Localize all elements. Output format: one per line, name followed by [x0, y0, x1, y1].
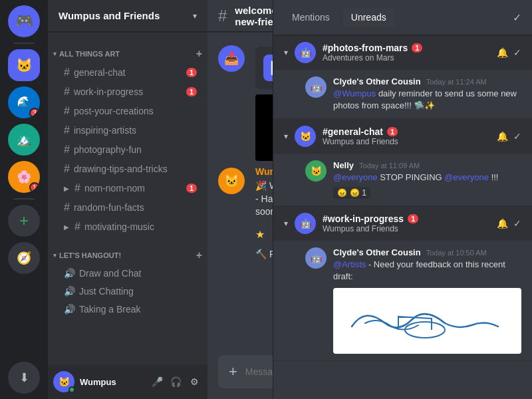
user-settings-button[interactable]: ⚙: [186, 374, 202, 390]
channel-hash-icon: #: [64, 66, 70, 78]
channel-hash-header: #: [218, 7, 227, 25]
channel-name-photography: photography-fun: [74, 144, 197, 155]
server-icon-3[interactable]: 🏔️: [8, 124, 40, 156]
unread-check-icon[interactable]: ✓: [513, 47, 521, 58]
server-title: Wumpus and Friends: [59, 10, 160, 21]
unread-item-header: ▾ 🤖 #photos-from-mars 1 Adventures on Ma…: [273, 35, 532, 70]
channel-hash-icon: #: [64, 163, 70, 175]
unread-msg-header: Clyde's Other Cousin Today at 11:24 AM: [333, 76, 521, 86]
channel-item-photography[interactable]: # photography-fun: [53, 140, 202, 159]
unread-channel-info-2: #general-chat 1 Wumpus and Friends: [323, 126, 490, 146]
channel-name-random: random-fun-facts: [74, 202, 197, 213]
add-server-button[interactable]: +: [8, 205, 40, 237]
channel-hash-icon: #: [64, 86, 70, 98]
user-info: Wumpus: [80, 377, 144, 387]
channel-item-nom[interactable]: ▶ # nom-nom-nom 1: [53, 179, 202, 198]
channel-badge-wip: 1: [186, 87, 197, 96]
channel-name-general-chat: general-chat: [74, 67, 182, 78]
collapse-arrow-icon: ▶: [64, 185, 69, 192]
server-list: 🎮 🐱 🌊 3 🏔️ 🌸 1 + 🧭 ⬇: [0, 0, 48, 399]
server4-avatar: 🌸: [17, 170, 31, 184]
unread-author: Clyde's Other Cousin: [333, 76, 421, 86]
explore-servers-button[interactable]: 🧭: [8, 242, 40, 274]
category-header-all-things-art[interactable]: ▾ ALL THINGS ART +: [48, 37, 207, 63]
download-icon: ⬇: [19, 370, 29, 385]
svg-point-3: [405, 322, 445, 338]
msg-avatar-emoji: 🤖: [311, 82, 322, 92]
unread-channel-info: #photos-from-mars 1 Adventures on Mars: [323, 43, 490, 63]
user-area: 🐱 Wumpus 🎤 🎧 ⚙: [48, 364, 207, 399]
server-menu-chevron[interactable]: ▾: [193, 11, 197, 21]
bot-avatar-icon: 📥: [224, 51, 239, 66]
channel-item-random-facts[interactable]: # random-fun-facts: [53, 198, 202, 217]
category-header-hangout[interactable]: ▾ LET'S HANGOUT! +: [48, 239, 207, 264]
deafen-button[interactable]: 🎧: [168, 374, 184, 390]
tab-unreads[interactable]: Unreads: [343, 8, 394, 27]
channel-name-taking-break: Taking a Break: [79, 304, 197, 315]
channel-item-work-in-progress[interactable]: # work-in-progress 1: [53, 82, 202, 101]
server-icon-2[interactable]: 🌊 3: [8, 86, 40, 118]
unread-collapse-arrow-3[interactable]: ▾: [284, 219, 288, 228]
unread-text-3: @Artists - Need your feedback on this re…: [333, 259, 521, 283]
reaction-count: 😠 1: [350, 188, 366, 198]
add-channel-hangout-button[interactable]: +: [196, 249, 202, 261]
app-container: 🎮 🐱 🌊 3 🏔️ 🌸 1 + 🧭 ⬇: [0, 0, 532, 399]
unread-server-name-2: Wumpus and Friends: [323, 137, 490, 146]
unread-item-header-2: ▾ 🐱 #general-chat 1 Wumpus and Friends 🔔: [273, 119, 532, 154]
user-controls: 🎤 🎧 ⚙: [149, 374, 202, 390]
unread-bell-icon[interactable]: 🔔: [497, 47, 508, 58]
unread-check-icon-2[interactable]: ✓: [513, 131, 521, 142]
headphones-icon: 🎧: [170, 376, 182, 387]
channel-item-general-chat[interactable]: # general-chat 1: [53, 63, 202, 82]
unread-badge-3: 1: [408, 214, 418, 223]
unread-item-actions-3: 🔔 ✓: [497, 218, 521, 229]
sidebar-header[interactable]: Wumpus and Friends ▾: [48, 0, 207, 32]
channel-item-taking-break[interactable]: 🔊 Taking a Break: [53, 301, 202, 318]
username-label: Wumpus: [80, 377, 144, 387]
server-icon-wumpus[interactable]: 🐱: [8, 49, 40, 81]
channel-item-post-creations[interactable]: # post-your-creations: [53, 102, 202, 120]
unread-channel-name-2: #general-chat 1: [323, 126, 490, 137]
discord-logo-icon: 🎮: [15, 13, 33, 30]
unread-check-icon-3[interactable]: ✓: [513, 218, 521, 229]
unread-author-3: Clyde's Other Cousin: [333, 247, 421, 257]
server-icon-4[interactable]: 🌸 1: [8, 161, 40, 193]
unread-msg-avatar: 🤖: [305, 76, 327, 98]
tab-mentions[interactable]: Mentions: [284, 8, 338, 27]
collapse-arrow-icon2: ▶: [64, 223, 69, 231]
category-all-things-art: ▾ ALL THINGS ART + # general-chat 1 # wo…: [48, 37, 207, 236]
channel-item-motivating[interactable]: ▶ # motivating-music: [53, 217, 202, 236]
channel-item-just-chatting[interactable]: 🔊 Just Chatting: [53, 283, 202, 300]
unread-collapse-arrow[interactable]: ▾: [284, 48, 288, 57]
unread-bell-icon-3[interactable]: 🔔: [497, 218, 508, 229]
mute-button[interactable]: 🎤: [149, 374, 165, 390]
reaction-badge[interactable]: 😠 😠 1: [333, 187, 370, 199]
add-channel-art-button[interactable]: +: [196, 48, 202, 60]
unread-panel: Mentions Unreads ✓ ▾ 🤖 #photos-from-mars…: [273, 0, 532, 399]
unread-msg-header-2: Nelly Today at 11:09 AM: [333, 160, 521, 170]
unread-channel-name: #photos-from-mars 1: [323, 43, 490, 53]
channel-item-inspiring-artists[interactable]: # inspiring-artists: [53, 121, 202, 140]
unread-item-wip: ▾ 🤖 #work-in-progress 1 Wumpus and Frien…: [273, 206, 532, 361]
server-list-divider: [13, 43, 35, 44]
server-icon-home[interactable]: 🎮: [8, 5, 40, 37]
unread-bell-icon-2[interactable]: 🔔: [497, 131, 508, 142]
unread-collapse-arrow-2[interactable]: ▾: [284, 132, 288, 141]
mention-everyone-2: @everyone: [444, 172, 489, 182]
unread-server-name: Adventures on Mars: [323, 53, 490, 63]
channel-hash-icon: #: [64, 105, 70, 117]
channel-name-just-chatting: Just Chatting: [79, 286, 197, 297]
download-button[interactable]: ⬇: [8, 362, 40, 394]
channel-item-draw-chat[interactable]: 🔊 Draw and Chat: [53, 265, 202, 282]
channel-name-inspiring: inspiring-artists: [74, 125, 197, 136]
voice-channel-icon: 🔊: [64, 268, 75, 279]
unread-server-name-3: Wumpus and Friends: [323, 224, 490, 233]
unread-item-actions-2: 🔔 ✓: [497, 131, 521, 142]
unread-message-3: 🤖 Clyde's Other Cousin Today at 10:50 AM…: [273, 241, 532, 360]
reaction-emoji: 😠: [337, 188, 347, 198]
mark-all-read-button[interactable]: ✓: [513, 11, 521, 24]
add-attachment-button[interactable]: +: [229, 355, 237, 388]
channel-item-drawing-tips[interactable]: # drawing-tips-and-tricks: [53, 160, 202, 178]
channel-hash-icon: #: [64, 144, 70, 156]
channel-badge-nom: 1: [186, 184, 197, 193]
